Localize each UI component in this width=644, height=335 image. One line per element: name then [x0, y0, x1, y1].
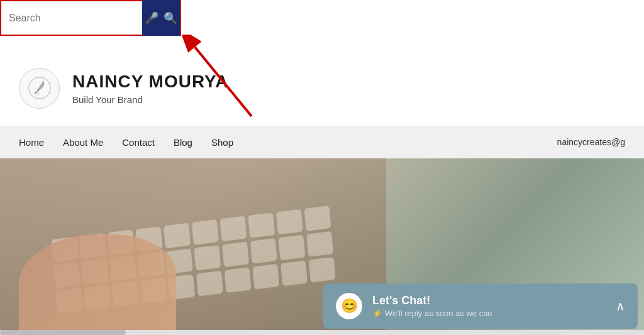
nav-item-shop[interactable]: Shop: [211, 137, 233, 148]
chat-widget[interactable]: 😊 Let's Chat! ⚡ We'll reply as soon as w…: [323, 283, 638, 329]
brand-logo: [19, 68, 60, 109]
search-button[interactable]: 🔍: [161, 0, 180, 36]
brand-text: NAINCY MOURYA Build Your Brand: [72, 72, 228, 105]
search-icon: 🔍: [164, 11, 177, 25]
chat-avatar: 😊: [336, 293, 362, 319]
brand-tagline: Build Your Brand: [72, 94, 228, 105]
nav-item-home[interactable]: Home: [19, 137, 44, 148]
nav-item-blog[interactable]: Blog: [174, 137, 192, 148]
nav-links: Home About Me Contact Blog Shop: [19, 137, 233, 148]
navigation-bar: Home About Me Contact Blog Shop naincycr…: [0, 126, 644, 158]
nav-email: naincycreates@g: [557, 137, 625, 147]
horizontal-scrollbar[interactable]: [0, 330, 644, 335]
chat-subtitle: ⚡ We'll reply as soon as we can: [372, 309, 606, 318]
brand-name: NAINCY MOURYA: [72, 72, 228, 92]
brand-header: NAINCY MOURYA Build Your Brand: [0, 50, 644, 126]
nav-item-contact[interactable]: Contact: [122, 137, 155, 148]
chat-subtitle-text: We'll reply as soon as we can: [385, 309, 492, 318]
microphone-button[interactable]: 🎤: [142, 0, 161, 36]
search-input[interactable]: [1, 8, 142, 29]
search-bar-container: 🎤 🔍: [0, 0, 181, 36]
chat-chevron-up-icon[interactable]: ∧: [616, 299, 625, 314]
hand-image: [19, 234, 176, 335]
chat-emoji: 😊: [341, 298, 358, 314]
microphone-icon: 🎤: [145, 11, 158, 25]
chat-text: Let's Chat! ⚡ We'll reply as soon as we …: [372, 294, 606, 318]
bolt-icon: ⚡: [372, 309, 382, 318]
chat-title: Let's Chat!: [372, 294, 606, 307]
scrollbar-thumb[interactable]: [0, 330, 126, 335]
nav-item-about[interactable]: About Me: [63, 137, 103, 148]
